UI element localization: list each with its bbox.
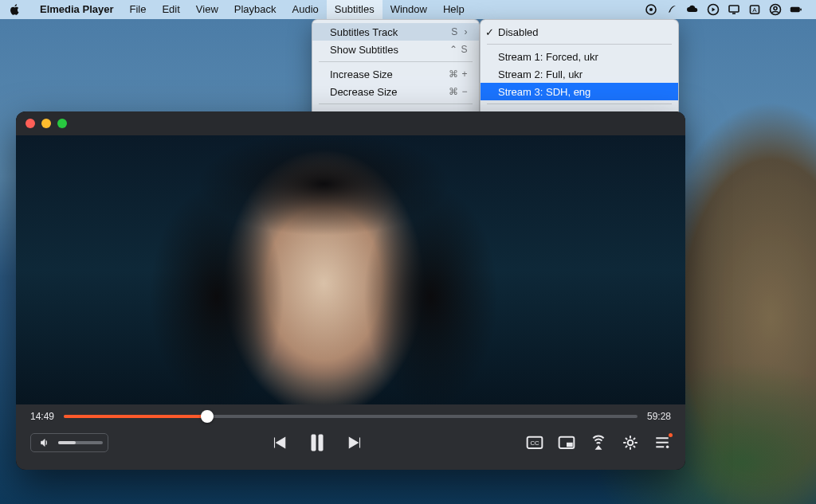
menu-item-shortcut: S › <box>432 26 468 37</box>
menubar-item-window[interactable]: Window <box>382 0 435 19</box>
captions-button[interactable]: CC <box>526 434 543 451</box>
volume-control[interactable] <box>30 433 108 452</box>
menu-item-shortcut: ⌃ S <box>430 44 468 55</box>
window-close-button[interactable] <box>26 119 35 128</box>
menu-item-shortcut: ⌘ − <box>430 86 468 97</box>
menu-item-label: Stream 1: Forced, ukr <box>498 51 598 63</box>
seek-bar-progress <box>64 415 207 418</box>
menu-item-shortcut: ⌘ + <box>430 68 468 80</box>
playlist-badge-dot <box>669 433 673 437</box>
status-icon-input[interactable]: A <box>744 0 765 19</box>
menubar-item-playback[interactable]: Playback <box>226 0 284 19</box>
track-option-stream1[interactable]: Stream 1: Forced, ukr <box>481 48 678 65</box>
status-icon-play[interactable] <box>703 0 724 19</box>
track-option-stream2[interactable]: Stream 2: Full, ukr <box>481 65 678 83</box>
menu-item-label: Decrease Size <box>330 86 398 98</box>
seek-bar-knob[interactable] <box>201 410 214 423</box>
previous-button[interactable] <box>270 434 288 451</box>
seek-bar[interactable] <box>64 415 638 418</box>
playlist-button[interactable] <box>653 434 671 451</box>
time-current: 14:49 <box>30 411 54 422</box>
menu-separator <box>319 61 473 62</box>
menu-item-increase-size[interactable]: Increase Size ⌘ + <box>312 65 479 83</box>
svg-rect-15 <box>567 443 573 447</box>
svg-text:CC: CC <box>530 440 539 447</box>
volume-icon <box>36 434 53 451</box>
svg-point-1 <box>649 8 653 11</box>
status-icon-display[interactable] <box>724 0 744 19</box>
menu-separator <box>487 44 672 45</box>
menu-separator <box>319 104 473 104</box>
status-icon-battery[interactable] <box>786 0 806 19</box>
menu-item-label: Increase Size <box>330 68 393 80</box>
menubar-item-edit[interactable]: Edit <box>154 0 187 19</box>
menu-item-subtitles-track[interactable]: Subtitles Track S › <box>312 23 479 41</box>
menubar-item-view[interactable]: View <box>188 0 226 19</box>
player-window: 14:49 59:28 <box>16 111 685 470</box>
svg-text:A: A <box>752 6 757 14</box>
track-option-stream3[interactable]: Stream 3: SDH, eng <box>481 83 678 100</box>
timeline: 14:49 59:28 <box>30 411 671 422</box>
svg-point-16 <box>628 440 634 446</box>
menubar-item-subtitles[interactable]: Subtitles <box>327 0 382 19</box>
window-minimize-button[interactable] <box>41 119 51 128</box>
menubar-item-audio[interactable]: Audio <box>284 0 327 19</box>
next-button[interactable] <box>347 434 364 451</box>
player-controls: 14:49 59:28 <box>16 404 685 470</box>
menu-item-label: Stream 3: SDH, eng <box>498 86 590 98</box>
status-icon-feather[interactable] <box>661 0 682 19</box>
menubar-app-name[interactable]: Elmedia Player <box>32 0 122 19</box>
apple-menu-icon[interactable] <box>10 4 21 15</box>
menu-item-label: Stream 2: Full, ukr <box>498 68 583 80</box>
menubar-item-help[interactable]: Help <box>435 0 473 19</box>
svg-point-7 <box>774 7 777 10</box>
menu-item-label: Disabled <box>498 26 539 38</box>
settings-button[interactable] <box>622 434 639 451</box>
volume-bar-fill <box>58 441 76 444</box>
svg-rect-3 <box>729 6 739 12</box>
window-titlebar[interactable] <box>16 111 685 135</box>
time-total: 59:28 <box>647 411 671 422</box>
menu-item-label: Subtitles Track <box>330 26 398 38</box>
svg-rect-11 <box>319 435 323 451</box>
airplay-button[interactable] <box>590 434 607 451</box>
menu-separator <box>487 104 672 104</box>
svg-rect-8 <box>790 7 800 12</box>
menu-item-show-subtitles[interactable]: Show Subtitles ⌃ S <box>312 41 479 58</box>
track-option-disabled[interactable]: Disabled <box>481 23 678 41</box>
status-icon-user[interactable] <box>765 0 786 19</box>
macos-menubar: Elmedia Player File Edit View Playback A… <box>0 0 816 19</box>
status-icon-cloud[interactable] <box>682 0 703 19</box>
menu-item-label: Show Subtitles <box>330 44 398 56</box>
menubar-item-file[interactable]: File <box>122 0 155 19</box>
pause-button[interactable] <box>308 434 326 451</box>
svg-rect-10 <box>312 435 316 451</box>
volume-bar[interactable] <box>58 441 103 444</box>
svg-point-17 <box>666 446 669 449</box>
window-zoom-button[interactable] <box>57 119 67 128</box>
video-viewport[interactable] <box>16 135 685 404</box>
menu-item-decrease-size[interactable]: Decrease Size ⌘ − <box>312 83 479 100</box>
pip-button[interactable] <box>558 434 575 451</box>
svg-rect-9 <box>800 8 802 10</box>
status-icon-1[interactable] <box>641 0 661 19</box>
